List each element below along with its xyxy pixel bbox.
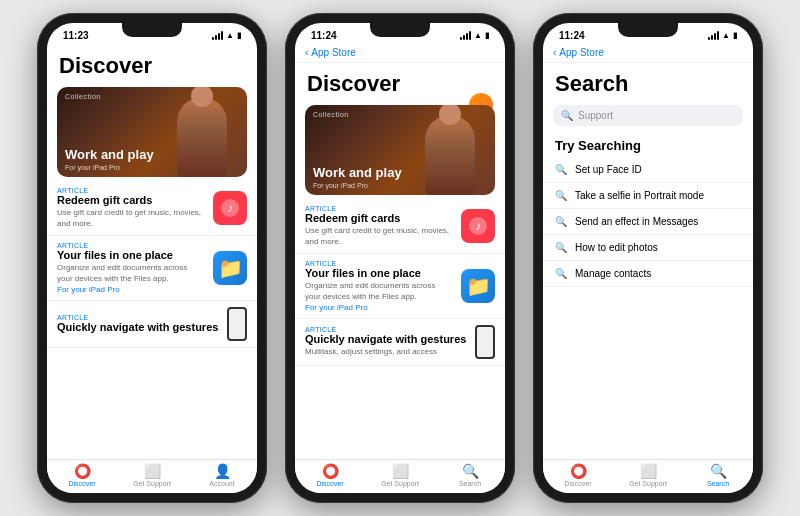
discover-tab-icon-3: ⭕ — [570, 464, 587, 478]
tab-support-3[interactable]: ⬜ Get Support — [613, 464, 683, 487]
suggestion-text-3-2: Send an effect in Messages — [575, 216, 698, 227]
person-body-1 — [177, 97, 227, 177]
article-text-1-2: Article Quickly navigate with gestures — [57, 314, 219, 334]
article-list-1: Article Redeem gift cards Use gift card … — [47, 181, 257, 459]
suggestion-search-icon-3-4: 🔍 — [555, 268, 567, 279]
music-icon-2: ♪ — [468, 216, 488, 236]
article-label-2-0: Article — [305, 205, 453, 212]
nav-bar-2: ‹ App Store — [295, 45, 505, 63]
search-page-title-3: Search — [543, 63, 753, 101]
suggestion-search-icon-3-3: 🔍 — [555, 242, 567, 253]
notch-2 — [370, 23, 430, 37]
page-title-1: Discover — [47, 45, 257, 83]
article-desc-1-0: Use gift card credit to get music, movie… — [57, 208, 205, 229]
search-input-bar-3[interactable]: 🔍 Support — [553, 105, 743, 126]
person-head-1 — [191, 87, 213, 107]
tab-support-2[interactable]: ⬜ Get Support — [365, 464, 435, 487]
article-icon-1-0: ♪ — [213, 191, 247, 225]
nav-label-2: App Store — [311, 47, 355, 58]
article-item-2-1[interactable]: Article Your files in one place Organize… — [295, 254, 505, 319]
tab-support-label-2: Get Support — [381, 480, 419, 487]
article-item-1-2[interactable]: Article Quickly navigate with gestures — [47, 301, 257, 348]
card-person-2 — [415, 105, 485, 195]
tab-discover-3[interactable]: ⭕ Discover — [543, 464, 613, 487]
tab-discover-label-2: Discover — [316, 480, 343, 487]
tab-search-3[interactable]: 🔍 Search — [683, 464, 753, 487]
screen-1: 11:23 ▲ ▮ Discover Collection — [47, 23, 257, 493]
article-desc-1-1: Organize and edit documents across your … — [57, 263, 205, 284]
tab-search-2[interactable]: 🔍 Search — [435, 464, 505, 487]
article-icon-1-2 — [227, 307, 247, 341]
article-item-2-0[interactable]: Article Redeem gift cards Use gift card … — [295, 199, 505, 254]
search-tab-icon-3: 🔍 — [710, 464, 727, 478]
discover-screen-2: Discover Collection Work and play For yo… — [295, 63, 505, 493]
article-list-2: Article Redeem gift cards Use gift card … — [295, 199, 505, 459]
suggestion-item-3-1[interactable]: 🔍 Take a selfie in Portrait mode — [543, 183, 753, 209]
status-icons-3: ▲ ▮ — [708, 30, 737, 40]
tab-bar-3: ⭕ Discover ⬜ Get Support 🔍 Search — [543, 459, 753, 493]
wifi-icon-1: ▲ — [226, 31, 234, 40]
status-time-3: 11:24 — [559, 30, 585, 41]
article-text-2-2: Article Quickly navigate with gestures M… — [305, 326, 467, 358]
suggestion-text-3-3: How to edit photos — [575, 242, 658, 253]
collection-card-2[interactable]: Collection Work and play For your iPad P… — [305, 105, 495, 195]
suggestion-text-3-0: Set up Face ID — [575, 164, 642, 175]
try-searching-title-3: Try Searching — [543, 132, 753, 157]
signal-bars-3 — [708, 30, 719, 40]
discover-screen-1: Discover Collection Work and play For yo… — [47, 45, 257, 493]
search-icon-3: 🔍 — [561, 110, 573, 121]
article-label-1-1: Article — [57, 242, 205, 249]
nav-back-3: ‹ App Store — [553, 47, 604, 58]
card-person-1 — [167, 87, 237, 177]
support-tab-icon-2: ⬜ — [392, 464, 409, 478]
collection-label-1: Collection — [65, 93, 101, 100]
article-label-1-0: Article — [57, 187, 205, 194]
battery-icon-2: ▮ — [485, 31, 489, 40]
suggestion-item-3-3[interactable]: 🔍 How to edit photos — [543, 235, 753, 261]
suggestion-item-3-4[interactable]: 🔍 Manage contacts — [543, 261, 753, 287]
tab-discover-2[interactable]: ⭕ Discover — [295, 464, 365, 487]
tab-bar-1: ⭕ Discover ⬜ Get Support 👤 Account — [47, 459, 257, 493]
article-desc-2-2: Multitask, adjust settings, and access — [305, 347, 467, 357]
tab-discover-1[interactable]: ⭕ Discover — [47, 464, 117, 487]
article-item-2-2[interactable]: Article Quickly navigate with gestures M… — [295, 319, 505, 366]
status-time-2: 11:24 — [311, 30, 337, 41]
svg-text:♪: ♪ — [475, 219, 481, 233]
article-text-2-0: Article Redeem gift cards Use gift card … — [305, 205, 453, 247]
battery-icon-3: ▮ — [733, 31, 737, 40]
suggestion-item-3-2[interactable]: 🔍 Send an effect in Messages — [543, 209, 753, 235]
status-time-1: 11:23 — [63, 30, 89, 41]
tab-support-label-3: Get Support — [629, 480, 667, 487]
support-tab-icon-3: ⬜ — [640, 464, 657, 478]
battery-icon-1: ▮ — [237, 31, 241, 40]
article-icon-2-1: 📁 — [461, 269, 495, 303]
article-icon-2-2 — [475, 325, 495, 359]
article-title-2-1: Your files in one place — [305, 267, 453, 280]
account-tab-icon-1: 👤 — [214, 464, 231, 478]
screen-3: 11:24 ▲ ▮ ‹ App Store — [543, 23, 753, 493]
article-item-1-1[interactable]: Article Your files in one place Organize… — [47, 236, 257, 301]
tab-search-label-3: Search — [707, 480, 729, 487]
suggestion-search-icon-3-2: 🔍 — [555, 216, 567, 227]
phone-2: 11:24 ▲ ▮ ‹ App Store — [285, 13, 515, 503]
suggestion-item-3-0[interactable]: 🔍 Set up Face ID — [543, 157, 753, 183]
tab-account-label-1: Account — [209, 480, 234, 487]
back-chevron-3: ‹ — [553, 47, 556, 58]
article-item-1-0[interactable]: Article Redeem gift cards Use gift card … — [47, 181, 257, 236]
svg-text:♪: ♪ — [227, 201, 233, 215]
tab-support-1[interactable]: ⬜ Get Support — [117, 464, 187, 487]
tab-account-1[interactable]: 👤 Account — [187, 464, 257, 487]
collection-subtitle-1: For your iPad Pro — [65, 164, 120, 171]
phone-3: 11:24 ▲ ▮ ‹ App Store — [533, 13, 763, 503]
suggestion-text-3-4: Manage contacts — [575, 268, 651, 279]
article-text-2-1: Article Your files in one place Organize… — [305, 260, 453, 312]
collection-card-1[interactable]: Collection Work and play For your iPad P… — [57, 87, 247, 177]
article-title-1-1: Your files in one place — [57, 249, 205, 262]
article-label-1-2: Article — [57, 314, 219, 321]
music-icon-1: ♪ — [220, 198, 240, 218]
notch-1 — [122, 23, 182, 37]
article-icon-1-1: 📁 — [213, 251, 247, 285]
nav-back-2: ‹ App Store — [305, 47, 356, 58]
article-icon-2-0: ♪ — [461, 209, 495, 243]
person-body-2 — [425, 115, 475, 195]
